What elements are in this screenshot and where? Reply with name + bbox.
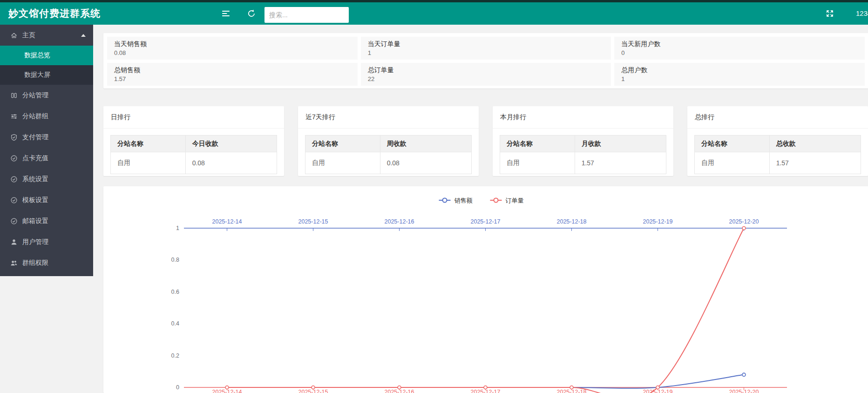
sidebar-item-data-overview[interactable]: 数据总览 bbox=[0, 46, 93, 65]
ranking-table: 分站名称月收款自用1.57 bbox=[500, 135, 666, 174]
x-axis-bottom-label: 2025-12-16 bbox=[385, 389, 414, 393]
column-header: 周收款 bbox=[380, 136, 471, 152]
sidebar-item-data-screen[interactable]: 数据大屏 bbox=[0, 65, 93, 85]
x-axis-bottom-label: 2025-12-20 bbox=[729, 389, 759, 393]
ranking-card-body: 分站名称今日收款自用0.08 bbox=[103, 129, 284, 174]
fullscreen-icon[interactable] bbox=[826, 9, 834, 18]
ranking-card-title: 日排行 bbox=[103, 106, 284, 129]
orders-data-point bbox=[656, 386, 659, 389]
sidebar-item-user-mgmt[interactable]: 用户管理 bbox=[0, 231, 93, 252]
site-name-cell: 自用 bbox=[111, 152, 186, 174]
ranking-card-body: 分站名称总收款自用1.57 bbox=[687, 129, 868, 174]
column-header: 月收款 bbox=[575, 136, 666, 152]
stat-value: 0.08 bbox=[114, 49, 351, 57]
menu-icon-glyph bbox=[222, 9, 230, 18]
column-header: 分站名称 bbox=[500, 136, 575, 152]
table-row: 自用0.08 bbox=[111, 152, 277, 174]
columns-icon bbox=[10, 92, 18, 99]
legend-label: 订单量 bbox=[506, 197, 524, 204]
sidebar-item-group-permission[interactable]: 群组权限 bbox=[0, 252, 93, 273]
ranking-card: 近7天排行分站名称周收款自用0.08 bbox=[298, 106, 479, 176]
sidebar-item-label: 支付管理 bbox=[22, 133, 48, 142]
stat-label: 当天新用户数 bbox=[621, 39, 858, 49]
x-axis-top-label: 2025-12-20 bbox=[729, 218, 759, 225]
stat-label: 总订单量 bbox=[368, 65, 604, 75]
ranking-card: 总排行分站名称总收款自用1.57 bbox=[687, 106, 868, 176]
stat-cell: 当天新用户数0 bbox=[614, 37, 865, 60]
legend-marker-circle bbox=[494, 198, 498, 203]
sidebar-item-label: 系统设置 bbox=[22, 175, 48, 183]
username[interactable]: 12345 bbox=[856, 2, 868, 25]
stat-cell: 当天订单量1 bbox=[361, 37, 611, 60]
sidebar-item-card-recharge[interactable]: 点卡充值 bbox=[0, 148, 93, 169]
orders-data-point bbox=[484, 386, 487, 389]
check-circle-icon bbox=[10, 176, 18, 183]
x-axis-top-label: 2025-12-15 bbox=[298, 218, 328, 225]
sidebar-item-substation-group[interactable]: 分站群组 bbox=[0, 106, 93, 127]
ranking-table: 分站名称今日收款自用0.08 bbox=[110, 135, 277, 174]
amount-cell: 0.08 bbox=[185, 152, 277, 174]
legend-marker-circle bbox=[443, 198, 447, 203]
ranking-table: 分站名称总收款自用1.57 bbox=[694, 135, 861, 174]
sidebar-item-label: 数据大屏 bbox=[24, 71, 50, 79]
ranking-card-title: 本月排行 bbox=[493, 106, 673, 129]
sidebar-item-mail-settings[interactable]: 邮箱设置 bbox=[0, 210, 93, 231]
column-header: 总收款 bbox=[769, 136, 861, 152]
fullscreen-icon-glyph bbox=[826, 9, 834, 18]
sidebar-item-home[interactable]: 主页 bbox=[0, 25, 93, 46]
check-circle-icon bbox=[10, 155, 18, 162]
sales-data-point bbox=[742, 373, 746, 376]
sidebar-item-label: 邮箱设置 bbox=[22, 217, 48, 225]
sales-orders-line-chart: 销售额订单量2025-12-142025-12-152025-12-162025… bbox=[103, 186, 868, 393]
home-icon bbox=[10, 32, 18, 39]
ranking-card-body: 分站名称月收款自用1.57 bbox=[493, 129, 673, 174]
x-axis-top-label: 2025-12-16 bbox=[385, 218, 414, 225]
table-row: 自用0.08 bbox=[305, 152, 472, 174]
sidebar-item-system-settings[interactable]: 系统设置 bbox=[0, 169, 93, 190]
orders-data-point bbox=[398, 386, 401, 389]
y-axis-label: 0.2 bbox=[171, 352, 179, 359]
sidebar-item-substation-mgmt[interactable]: 分站管理 bbox=[0, 85, 93, 106]
sidebar-item-template-settings[interactable]: 模板设置 bbox=[0, 190, 93, 210]
x-axis-bottom-label: 2025-12-15 bbox=[298, 389, 328, 393]
sidebar: 主页数据总览数据大屏分站管理分站群组支付管理点卡充值系统设置模板设置邮箱设置用户… bbox=[0, 25, 93, 276]
orders-data-point bbox=[312, 386, 315, 389]
chart-card: 销售额订单量2025-12-142025-12-152025-12-162025… bbox=[103, 186, 868, 393]
shield-check-icon bbox=[10, 134, 18, 141]
search-input[interactable] bbox=[264, 7, 349, 23]
column-header: 分站名称 bbox=[305, 136, 380, 152]
x-axis-top-label: 2025-12-19 bbox=[643, 218, 673, 225]
ranking-card-title: 总排行 bbox=[687, 106, 868, 129]
refresh-icon[interactable] bbox=[247, 9, 256, 18]
user-icon bbox=[10, 238, 18, 246]
sidebar-item-label: 点卡充值 bbox=[22, 154, 48, 163]
stat-value: 1 bbox=[368, 49, 604, 57]
x-axis-bottom-label: 2025-12-14 bbox=[212, 389, 242, 393]
stat-cell: 总用户数1 bbox=[614, 63, 865, 86]
ranking-card-body: 分站名称周收款自用0.08 bbox=[298, 129, 479, 174]
ranking-table: 分站名称周收款自用0.08 bbox=[305, 135, 472, 174]
chevron-up-icon bbox=[81, 34, 86, 37]
y-axis-label: 0.8 bbox=[171, 257, 179, 263]
sidebar-item-label: 分站管理 bbox=[22, 91, 48, 100]
table-row: 自用1.57 bbox=[500, 152, 666, 174]
app-header: 妙文馆付费进群系统 12345 bbox=[0, 0, 868, 25]
sidebar-item-payment-mgmt[interactable]: 支付管理 bbox=[0, 127, 93, 148]
app-title: 妙文馆付费进群系统 bbox=[8, 2, 101, 25]
y-axis-label: 0.6 bbox=[171, 289, 179, 295]
check-circle-icon bbox=[10, 217, 18, 225]
amount-cell: 1.57 bbox=[575, 152, 666, 174]
stat-value: 1 bbox=[621, 75, 858, 83]
menu-icon[interactable] bbox=[222, 9, 230, 18]
legend-item-sales[interactable]: 销售额 bbox=[439, 197, 473, 204]
stat-cell: 总销售额1.57 bbox=[107, 63, 358, 86]
stat-value: 1.57 bbox=[114, 75, 351, 83]
amount-cell: 0.08 bbox=[380, 152, 471, 174]
orders-line-series bbox=[227, 228, 744, 393]
stat-cell: 当天销售额0.08 bbox=[107, 37, 358, 60]
orders-data-point bbox=[742, 227, 746, 230]
check-circle-icon bbox=[10, 196, 18, 204]
orders-data-point bbox=[570, 386, 573, 389]
legend-item-orders[interactable]: 订单量 bbox=[490, 197, 524, 204]
y-axis-label: 0.4 bbox=[171, 320, 179, 327]
